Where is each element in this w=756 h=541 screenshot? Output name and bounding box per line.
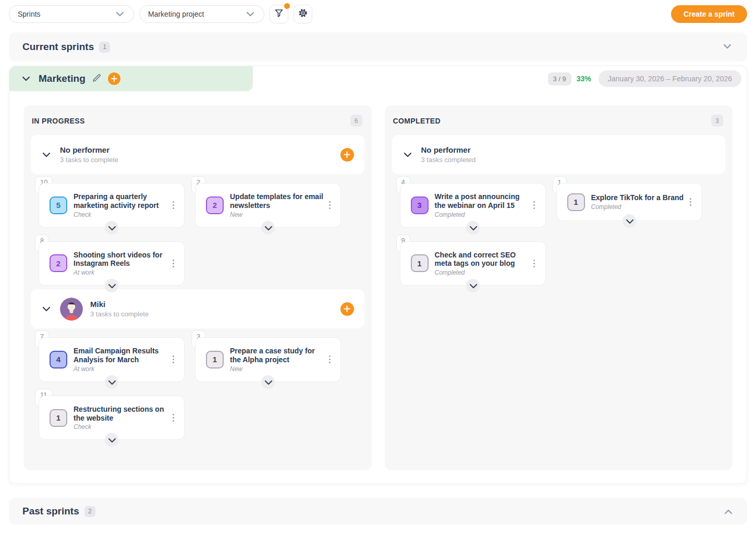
task-status: Completed (435, 269, 530, 276)
column-header: IN PROGRESS 6 (31, 110, 364, 133)
column-in-progress: IN PROGRESS 6 No performer 3 tasks to co… (23, 105, 372, 470)
sprint-progress-fraction: 3 / 9 (548, 72, 571, 85)
current-sprints-section-header[interactable]: Current sprints 1 (9, 32, 747, 62)
project-dropdown-value: Marketing project (148, 10, 204, 18)
task-expand-button[interactable] (105, 375, 118, 389)
task-status: Check (74, 423, 168, 431)
task-menu-button[interactable] (686, 196, 696, 208)
task-menu-button[interactable] (530, 257, 539, 269)
past-sprints-section-header[interactable]: Past sprints 2 (9, 498, 747, 525)
task-card[interactable]: 4 3 Write a post announcing the webinar … (400, 183, 546, 228)
column-title: COMPLETED (393, 117, 441, 125)
task-menu-button[interactable] (325, 199, 334, 211)
chevron-up-icon[interactable] (722, 506, 734, 517)
story-points-badge: 2 (50, 254, 67, 272)
chevron-down-icon (245, 9, 255, 19)
story-points-badge: 1 (50, 409, 67, 427)
task-card-list: 4 3 Write a post announcing the webinar … (392, 174, 726, 286)
column-completed: COMPLETED 3 No performer 3 tasks complet… (385, 105, 733, 470)
settings-button[interactable] (294, 5, 312, 23)
task-menu-button[interactable] (168, 412, 178, 424)
edit-sprint-icon[interactable] (92, 73, 102, 85)
filter-active-dot (284, 3, 290, 9)
task-title: Explore TikTok for a Brand (591, 193, 686, 202)
group-text: No performer 3 tasks to complete (60, 145, 340, 164)
collapse-group-icon[interactable] (403, 150, 413, 160)
performer-group-miki: Miki 3 tasks to complete (31, 289, 364, 328)
add-task-button[interactable] (340, 302, 354, 316)
task-expand-button[interactable] (466, 279, 480, 292)
task-status: Completed (591, 203, 686, 211)
task-expand-button[interactable] (623, 214, 636, 228)
add-task-button[interactable] (340, 148, 354, 162)
filter-icon (274, 8, 284, 20)
story-points-badge: 3 (411, 196, 429, 214)
task-menu-button[interactable] (530, 199, 539, 211)
task-menu-button[interactable] (168, 353, 178, 365)
task-title: Check and correct SEO meta tags on your … (435, 251, 530, 268)
story-points-badge: 1 (567, 193, 585, 211)
task-expand-button[interactable] (261, 375, 275, 389)
avatar (60, 298, 83, 321)
story-points-badge: 1 (206, 351, 224, 368)
task-menu-button[interactable] (168, 199, 178, 211)
group-text: No performer 3 tasks completed (421, 145, 715, 164)
sprints-dropdown[interactable]: Sprints (9, 5, 134, 23)
filter-button[interactable] (270, 5, 288, 23)
task-expand-button[interactable] (466, 221, 480, 235)
task-status: Check (74, 211, 168, 218)
task-card[interactable]: 3 1 Prepare a case study for the Alpha p… (195, 337, 341, 382)
task-status: At work (74, 269, 168, 276)
story-points-badge: 1 (411, 254, 429, 272)
task-expand-button[interactable] (105, 221, 118, 235)
task-title: Email Campaign Results Analysis for Marc… (74, 347, 168, 364)
create-sprint-button[interactable]: Create a sprint (671, 5, 747, 23)
task-card[interactable]: 8 2 Shooting short videos for Instagram … (39, 241, 185, 286)
task-title: Shooting short videos for Instagram Reel… (74, 251, 168, 268)
performer-group-no-performer: No performer 3 tasks to complete (31, 135, 364, 174)
task-expand-button[interactable] (105, 279, 118, 292)
column-header: COMPLETED 3 (392, 110, 726, 133)
task-expand-button[interactable] (105, 433, 118, 447)
task-card[interactable]: 1 1 Explore TikTok for a Brand Completed (556, 183, 702, 221)
column-title: IN PROGRESS (32, 117, 85, 125)
current-sprints-title: Current sprints (22, 41, 94, 53)
sprint-columns: IN PROGRESS 6 No performer 3 tasks to co… (23, 105, 733, 470)
task-card[interactable]: 10 5 Preparing a quarterly marketing act… (39, 183, 185, 228)
chevron-down-icon[interactable] (722, 41, 734, 53)
add-task-to-sprint-button[interactable] (108, 72, 120, 85)
task-card[interactable]: 9 1 Check and correct SEO meta tags on y… (400, 241, 546, 286)
task-status: Completed (435, 211, 530, 218)
sprint-header-left: Marketing (9, 66, 253, 91)
group-text: Miki 3 tasks to complete (90, 300, 340, 318)
task-menu-button[interactable] (325, 353, 334, 365)
column-count-badge: 3 (711, 115, 723, 127)
task-status: New (230, 211, 325, 218)
task-card[interactable]: 7 4 Email Campaign Results Analysis for … (39, 337, 185, 382)
sprint-name: Marketing (39, 73, 86, 84)
past-sprints-count-badge: 2 (84, 506, 95, 517)
performer-task-summary: 3 tasks to complete (90, 310, 340, 318)
task-card[interactable]: 2 2 Update templates for email newslette… (195, 183, 341, 228)
sprint-header: Marketing 3 / 9 33% January 30, 2026 – F… (9, 66, 747, 91)
story-points-badge: 2 (206, 196, 224, 214)
task-card-list: 7 4 Email Campaign Results Analysis for … (31, 328, 364, 440)
sprint-collapse-icon[interactable] (21, 73, 31, 84)
sprint-date-range: January 30, 2026 – February 20, 2026 (599, 70, 741, 87)
task-title: Prepare a case study for the Alpha proje… (230, 347, 325, 364)
performer-name: Miki (90, 300, 340, 309)
collapse-group-icon[interactable] (41, 150, 52, 160)
column-count-badge: 6 (350, 115, 362, 127)
story-points-badge: 4 (50, 351, 67, 368)
gear-icon (298, 8, 308, 20)
task-expand-button[interactable] (261, 221, 275, 235)
story-points-badge: 5 (50, 196, 67, 214)
collapse-group-icon[interactable] (41, 304, 52, 314)
sprint-card: Marketing 3 / 9 33% January 30, 2026 – F… (9, 66, 747, 484)
toolbar: Sprints Marketing project Create a sprin… (9, 4, 747, 24)
task-card[interactable]: 11 1 Restructuring sections on the websi… (39, 396, 185, 440)
performer-task-summary: 3 tasks to complete (60, 156, 340, 164)
performer-group-no-performer: No performer 3 tasks completed (392, 135, 726, 174)
task-menu-button[interactable] (168, 257, 178, 269)
project-dropdown[interactable]: Marketing project (139, 5, 264, 23)
